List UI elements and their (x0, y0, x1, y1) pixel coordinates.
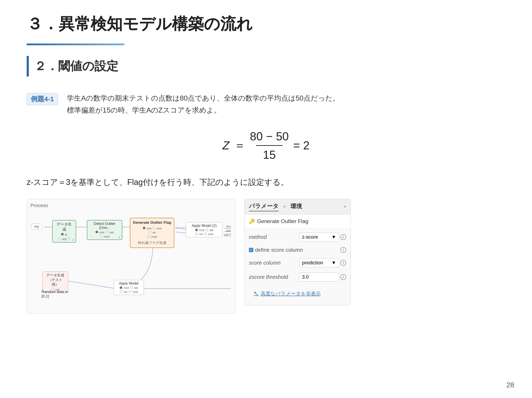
am-uni (120, 290, 122, 293)
param-row-zscore: zscore threshold 3.0 i (249, 272, 346, 281)
gof-sublabel: 外れ値フラグ生成 (133, 241, 172, 245)
define-score-info-icon[interactable]: i (340, 247, 346, 253)
param-tab-env[interactable]: 環境 (291, 202, 302, 211)
zscore-info-icon[interactable]: i (340, 274, 346, 280)
score-column-label: score column (249, 260, 289, 266)
detect-outlier-label: Detect Outlier (Univ... (89, 222, 120, 230)
gof-port-exa (143, 227, 146, 229)
data-gen-test-label: データ生成（テスト用） (45, 273, 66, 287)
advanced-icon: 🔧 (253, 291, 259, 296)
am-mod (120, 286, 122, 289)
param-subtitle: 🔑 Generate Outlier Flag (244, 215, 351, 228)
gen-flag-title: Generate Outlier Flag (133, 221, 172, 225)
param-close-btn[interactable]: × (343, 204, 346, 209)
example-label: 例題4-1 (27, 93, 58, 105)
zscore-input[interactable]: 3.0 (299, 272, 339, 281)
param-row-define-score: ✓ define score column i (249, 247, 346, 253)
param-node-icon: 🔑 (249, 218, 255, 224)
am-mod2 (129, 290, 131, 293)
generate-flag-node[interactable]: Generate Outlier Flag exa exa ori mod (130, 218, 174, 248)
am2-mod2 (204, 233, 207, 235)
formula-section: Z ＝ 80 − 50 15 = 2 (27, 130, 505, 161)
page-container: ３．異常検知モデル構築の流れ ２．閾値の設定 例題4-1 学生Aの数学の期末テス… (0, 0, 532, 398)
process-panel: Process (27, 199, 235, 313)
port-out1 (58, 237, 61, 240)
res1: res (226, 224, 231, 228)
section-bar (27, 56, 29, 76)
random-data-label: Random data in [0,1] (42, 290, 68, 298)
fraction-denominator: 15 (263, 147, 276, 161)
checkmark2: ✓ (118, 235, 121, 239)
process-inner: inp データ生成 in out ✓ (30, 212, 232, 310)
detect-port-out (106, 231, 108, 233)
formula-variable: Z (222, 139, 230, 152)
apply-model2-label: Apply Model (2) (188, 224, 220, 228)
param-header: パラメータ × 環境 × (244, 199, 351, 215)
formula: Z ＝ 80 − 50 15 = 2 (222, 130, 310, 161)
example-text: 学生Aの数学の期末テストの点数は80点であり、全体の数学の平均点は50点だった。… (67, 92, 340, 116)
score-column-select[interactable]: prediction ▼ (299, 258, 339, 267)
formula-equals1: ＝ (234, 138, 246, 153)
am2-lab (206, 229, 208, 231)
checkmark1: ✓ (72, 238, 75, 242)
score-col-chevron-icon: ▼ (331, 260, 336, 266)
param-tab-sep: × (283, 204, 286, 209)
res2: res (226, 229, 231, 233)
detect-outlier-node[interactable]: Detect Outlier (Univ... exa out mod ✓ (87, 220, 122, 240)
score-column-value-wrapper: prediction ▼ i (291, 258, 346, 267)
gof-port-exa2 (153, 227, 155, 229)
detect-port-exa (95, 231, 98, 233)
page-title-block: ３．異常検知モデル構築の流れ (27, 13, 505, 45)
param-tab-parameters[interactable]: パラメータ (249, 202, 279, 211)
zscore-label: zscore threshold (249, 274, 289, 280)
detect-port-mod (100, 235, 102, 238)
advanced-link[interactable]: 🔧 高度なパラメータを非表示 (249, 287, 346, 301)
param-body: method z-score ▼ i ✓ define score column (244, 228, 351, 305)
formula-equals2: = 2 (293, 139, 310, 152)
svg-line-6 (67, 281, 115, 289)
page-title: ３．異常検知モデル構築の流れ (27, 13, 505, 35)
gof-port-mod (147, 235, 150, 238)
svg-line-4 (175, 232, 186, 233)
method-select[interactable]: z-score ▼ (299, 233, 339, 241)
process-panel-label: Process (30, 203, 232, 208)
res3: res ( (224, 233, 231, 237)
method-label: method (249, 234, 289, 240)
am-lab (130, 286, 133, 289)
page-number: 28 (506, 381, 514, 389)
param-panel: パラメータ × 環境 × 🔑 Generate Outlier Flag met… (244, 199, 351, 305)
am2-uni (195, 233, 198, 235)
inp-node: inp (31, 223, 42, 230)
section-heading: ２．閾値の設定 (34, 56, 118, 76)
description-text: z-スコア＝3を基準として、Flag付けを行う時、下記のように設定する。 (27, 177, 505, 188)
svg-line-5 (175, 227, 186, 229)
svg-line-3 (175, 227, 186, 230)
example-row: 例題4-1 学生Aの数学の期末テストの点数は80点であり、全体の数学の平均点は5… (27, 92, 505, 116)
apply-model-label: Apply Model (116, 281, 141, 285)
apply-model2-node[interactable]: Apply Model (2) mod lab uni mod (186, 222, 222, 237)
param-node-title: Generate Outlier Flag (257, 218, 308, 224)
diagram-area: Process (27, 199, 505, 313)
port-out2 (68, 237, 70, 240)
score-column-info-icon[interactable]: i (340, 260, 346, 266)
apply-model-node[interactable]: Apply Model mod lab uni mod (114, 280, 144, 295)
method-value-wrapper: z-score ▼ i (291, 233, 346, 241)
port-in (61, 233, 64, 235)
param-row-method: method z-score ▼ i (249, 233, 346, 241)
zscore-value-wrapper: 3.0 i (291, 272, 346, 281)
chevron-down-icon: ▼ (331, 234, 336, 240)
define-score-label: ✓ define score column (249, 247, 303, 253)
am2-mod (195, 229, 198, 231)
data-gen-label: データ生成 (55, 222, 74, 232)
define-score-checkbox[interactable]: ✓ (249, 248, 253, 252)
method-info-icon[interactable]: i (340, 234, 346, 240)
gof-port-ori (149, 231, 151, 234)
section-heading-wrapper: ２．閾値の設定 (27, 56, 505, 76)
param-row-score-column: score column prediction ▼ i (249, 258, 346, 267)
fraction-numerator: 80 − 50 (250, 130, 289, 144)
data-gen-node[interactable]: データ生成 in out ✓ (52, 220, 76, 243)
fraction-line (256, 145, 283, 146)
title-underline (27, 44, 124, 45)
fraction: 80 − 50 15 (250, 130, 289, 161)
define-score-value-wrapper: i (305, 247, 346, 253)
